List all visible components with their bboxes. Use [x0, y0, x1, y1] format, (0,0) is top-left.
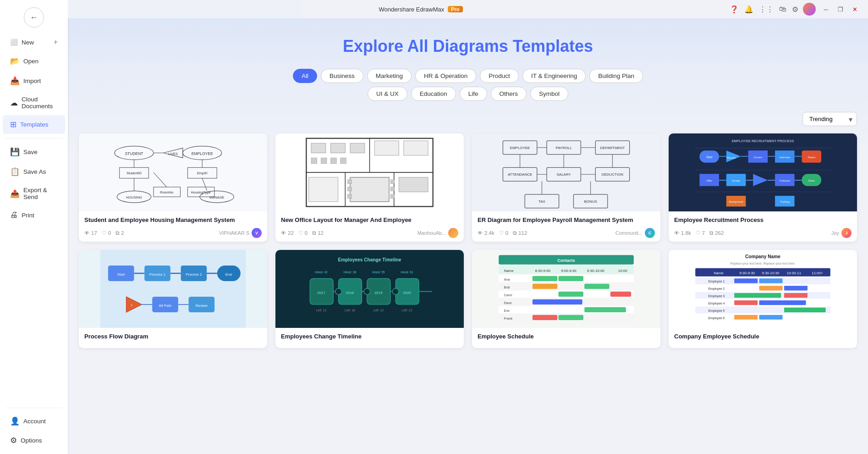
card-student-housing[interactable]: STUDENT EMPLOYEE StudentID EmpID LIVES H… — [79, 133, 267, 242]
sidebar: ← ⬜ New + 📂 Open 📥 Import ☁ Cloud Docume… — [0, 0, 68, 454]
plus-icon: + — [54, 38, 58, 46]
card-recruitment[interactable]: EMPLOYEE RECRUITMENT PROCESS Start Revie… — [669, 133, 857, 242]
card-stats-1: 👁 17 ♡ 0 ⧉ 2 — [84, 230, 124, 236]
svg-text:Reject: Reject — [808, 156, 815, 159]
sidebar-item-saveas[interactable]: 📋 Save As — [3, 162, 65, 181]
filter-row-2: UI & UX Education Life Others Symbol — [79, 87, 857, 101]
filter-it[interactable]: IT & Engineering — [522, 69, 586, 83]
svg-rect-37 — [404, 141, 428, 155]
stat-likes-2: ♡ 0 — [298, 230, 308, 236]
sidebar-item-new[interactable]: ⬜ New + — [3, 33, 65, 51]
filter-building[interactable]: Building Plan — [589, 69, 643, 83]
svg-rect-45 — [348, 194, 352, 199]
author-name-3: Communit... — [615, 230, 643, 236]
svg-rect-216 — [734, 315, 758, 320]
card-timeline[interactable]: Employees Change Timeline 2017 2018 2019… — [275, 250, 464, 348]
titlebar: Wondershare EdrawMax Pro ❓ 🔔 ⋮⋮ 🛍 ⚙ ─ ❐ … — [68, 0, 868, 18]
svg-text:Screen: Screen — [754, 156, 762, 159]
notification-icon[interactable]: 🔔 — [744, 5, 753, 14]
store-icon[interactable]: 🛍 — [779, 5, 786, 13]
svg-rect-217 — [759, 315, 783, 320]
minimize-button[interactable]: ─ — [820, 4, 831, 15]
svg-rect-213 — [784, 308, 826, 312]
titlebar-center: Wondershare EdrawMax Pro — [379, 6, 462, 13]
restore-button[interactable]: ❐ — [835, 4, 846, 15]
title-highlight: All Diagrams Templates — [407, 37, 593, 55]
cards-grid: STUDENT EMPLOYEE StudentID EmpID LIVES H… — [79, 133, 857, 348]
svg-text:Start: Start — [706, 155, 713, 159]
svg-text:Start: Start — [117, 272, 126, 277]
stat-views-1: 👁 17 — [84, 230, 97, 236]
card-body-4: Employee Recruitment Process 👁 1.8k ♡ 7 … — [669, 211, 857, 242]
back-button[interactable]: ← — [24, 7, 44, 28]
stat-views-2: 👁 22 — [281, 230, 294, 236]
svg-text:Hired: 61: Hired: 61 — [401, 271, 413, 274]
filter-uiux[interactable]: UI & UX — [368, 87, 407, 101]
svg-rect-166 — [533, 276, 557, 281]
svg-text:SALARY: SALARY — [557, 172, 571, 177]
sort-wrapper: Trending Newest Most Viewed Most Liked — [802, 112, 857, 126]
filter-marketing[interactable]: Marketing — [367, 69, 412, 83]
user-avatar[interactable] — [803, 3, 816, 16]
card-title-3: ER Diagram for Employee Payroll Manageme… — [478, 216, 655, 224]
svg-text:9:00-9:30: 9:00-9:30 — [561, 269, 577, 273]
card-title-8: Company Employee Schedule — [674, 332, 852, 341]
sidebar-item-save[interactable]: 💾 Save — [3, 143, 65, 161]
filter-symbol[interactable]: Symbol — [530, 87, 568, 101]
card-company-schedule[interactable]: Company Name Replace your text here. Rep… — [669, 250, 857, 348]
svg-rect-46 — [390, 180, 395, 184]
svg-rect-33 — [311, 143, 326, 153]
svg-rect-171 — [584, 284, 609, 289]
settings-icon[interactable]: ⚙ — [792, 5, 798, 14]
svg-text:Training: Training — [780, 200, 790, 203]
svg-rect-175 — [610, 292, 631, 297]
filter-business[interactable]: Business — [321, 69, 363, 83]
card-stats-4: 👁 1.8k ♡ 7 ⧉ 262 — [674, 230, 724, 236]
print-icon: 🖨 — [10, 210, 18, 220]
card-stats-3: 👁 2.4k ♡ 0 ⧉ 112 — [478, 230, 527, 236]
apps-icon[interactable]: ⋮⋮ — [759, 5, 774, 14]
card-author-2: ManhouAb... — [418, 228, 458, 238]
filter-education[interactable]: Education — [411, 87, 456, 101]
card-title-2: New Office Layout for Manager And Employ… — [281, 216, 458, 224]
new-icon: ⬜ — [10, 39, 18, 46]
card-office-layout[interactable]: New Office Layout for Manager And Employ… — [275, 133, 464, 242]
sidebar-item-print[interactable]: 🖨 Print — [3, 206, 65, 224]
close-button[interactable]: ✕ — [850, 4, 861, 15]
sidebar-item-templates[interactable]: ⊞ Templates — [3, 115, 65, 134]
filter-product[interactable]: Product — [480, 69, 519, 83]
sidebar-item-export[interactable]: 📤 Export & Send — [3, 182, 65, 205]
sidebar-item-cloud[interactable]: ☁ Cloud Documents — [3, 91, 65, 114]
sidebar-item-account[interactable]: 👤 Account — [3, 412, 65, 431]
help-icon[interactable]: ❓ — [730, 5, 739, 14]
svg-text:Employee 4: Employee 4 — [709, 302, 725, 305]
avatar-4: J — [841, 228, 852, 238]
sidebar-item-options[interactable]: ⚙ Options — [3, 431, 65, 450]
open-icon: 📂 — [10, 56, 20, 66]
svg-rect-43 — [348, 180, 352, 184]
filter-hr[interactable]: HR & Operation — [415, 69, 476, 83]
save-icon: 💾 — [10, 147, 20, 157]
sidebar-item-import[interactable]: 📥 Import — [3, 72, 65, 90]
card-payroll[interactable]: EMPLOYEE PAYROLL DEPARTMENT ATTENDANCE S… — [472, 133, 660, 242]
sidebar-save-label: Save — [23, 149, 38, 155]
sidebar-item-open[interactable]: 📂 Open — [3, 52, 65, 71]
card-schedule[interactable]: Contacts Name 8:30-9:00 9:00-9:30 9:30-1… — [472, 250, 660, 348]
svg-point-144 — [335, 288, 342, 295]
saveas-icon: 📋 — [10, 167, 20, 177]
svg-text:Contacts: Contacts — [557, 258, 575, 263]
filter-others[interactable]: Others — [491, 87, 527, 101]
svg-rect-77 — [695, 133, 831, 211]
svg-rect-42 — [350, 177, 389, 202]
svg-text:9:30-10:00: 9:30-10:00 — [587, 269, 604, 273]
filter-all[interactable]: All — [293, 69, 317, 83]
templates-icon: ⊞ — [10, 120, 16, 129]
svg-text:EMPLOYEE RECRUITMENT PROCESS: EMPLOYEE RECRUITMENT PROCESS — [732, 139, 794, 143]
filter-life[interactable]: Life — [460, 87, 487, 101]
card-process-flow[interactable]: Start Process 1 Process 2 End ? Alt Path — [79, 250, 267, 348]
svg-rect-113 — [100, 250, 246, 328]
svg-text:Replace your text here. Replac: Replace your text here. Replace your tex… — [730, 262, 796, 266]
svg-text:DEDUCTION: DEDUCTION — [602, 172, 624, 177]
sort-select[interactable]: Trending Newest Most Viewed Most Liked — [802, 112, 857, 126]
svg-text:Dave: Dave — [504, 301, 512, 305]
